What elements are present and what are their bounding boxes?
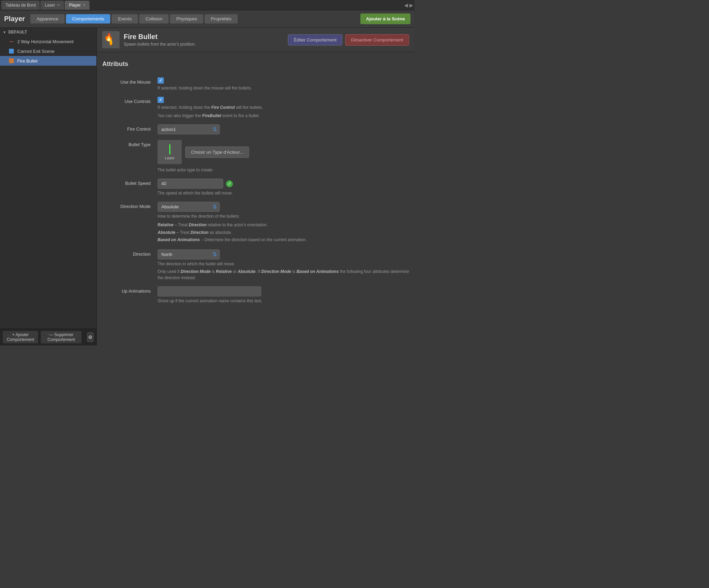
bullet-preview[interactable]: Laser: [158, 140, 182, 164]
sidebar-group-name: DEFAULT: [8, 30, 27, 35]
attr-desc-direction-1: The direction in which the bullet will m…: [158, 261, 409, 267]
sidebar: ▼ DEFAULT — 2 Way Horizontal Movement Ca…: [0, 28, 97, 345]
attr-label-direction-mode: Direction Mode: [102, 202, 158, 209]
fire-bullet-icon: [8, 58, 15, 64]
bullet-shape: [110, 40, 112, 45]
tab-player-label: Player: [69, 3, 81, 8]
remove-behavior-button[interactable]: — Supprimer Comportement: [41, 331, 82, 343]
attr-content-direction-mode: Absolute Relative Based on Animations ⇅ …: [158, 202, 409, 244]
page-title: Player: [4, 15, 25, 23]
sidebar-bottom: + Ajouter Comportement — Supprimer Compo…: [0, 329, 96, 345]
movement-icon: —: [8, 38, 15, 45]
main-layout: Player Apparence Comportements Events Co…: [0, 10, 415, 345]
attr-row-bullet-speed: Bullet Speed ✓ The speed at which the bu…: [102, 179, 409, 196]
attr-content-fire-control: action1 action2 action3 ⇅: [158, 124, 409, 134]
laser-line-icon: [169, 144, 170, 154]
select-direction[interactable]: North South East West: [158, 249, 220, 259]
tab-events[interactable]: Events: [112, 14, 138, 23]
attr-content-bullet-type: Laser Choisir un Type d'Acteur... The bu…: [158, 140, 409, 173]
behavior-subtitle: Spawn bullets from the actor's position.: [124, 42, 284, 47]
attributes-title: Attributs: [102, 58, 409, 70]
cannot-exit-icon: [8, 48, 15, 54]
attr-label-up-animations: Up Animations: [102, 286, 158, 294]
attr-label-use-mouse: Use the Mouse: [102, 77, 158, 85]
choose-actor-type-button[interactable]: Choisir un Type d'Acteur...: [185, 146, 249, 158]
sidebar-group-arrow-icon: ▼: [3, 30, 6, 34]
attr-label-direction: Direction: [102, 249, 158, 257]
checkbox-use-mouse-wrapper: [158, 77, 409, 84]
app-header: Player Apparence Comportements Events Co…: [0, 10, 415, 28]
tab-physiques[interactable]: Physiques: [170, 14, 203, 23]
attr-label-use-controls: Use Controls: [102, 97, 158, 104]
attr-label-fire-control: Fire Control: [102, 124, 158, 132]
attr-content-use-mouse: If selected, holding down the mouse will…: [158, 77, 409, 91]
tab-tableau-label: Tableau de Bord: [6, 3, 36, 8]
bullet-speed-input-row: ✓: [158, 179, 409, 189]
close-player-icon[interactable]: ✕: [83, 3, 85, 7]
attr-row-fire-control: Fire Control action1 action2 action3 ⇅: [102, 124, 409, 134]
attr-row-use-controls: Use Controls If selected, holding down t…: [102, 97, 409, 119]
behavior-icon-container: 🔥: [102, 31, 120, 48]
checkbox-use-mouse[interactable]: [158, 77, 164, 84]
behavior-header: 🔥 Fire Bullet Spawn bullets from the act…: [97, 28, 415, 52]
close-laser-icon[interactable]: ✕: [57, 3, 60, 7]
bullet-type-row: Laser Choisir un Type d'Acteur...: [158, 140, 409, 164]
attr-desc-use-controls-2: You can also trigger the FireBullet even…: [158, 113, 409, 119]
nav-arrows: ◀ ▶: [404, 2, 413, 8]
bullet-speed-valid-icon: ✓: [226, 180, 233, 187]
checkbox-use-controls[interactable]: [158, 97, 164, 103]
content-area: ▼ DEFAULT — 2 Way Horizontal Movement Ca…: [0, 28, 415, 345]
attr-label-bullet-speed: Bullet Speed: [102, 179, 158, 186]
edit-behavior-button[interactable]: Éditer Comportement: [288, 34, 342, 46]
main-panel: 🔥 Fire Bullet Spawn bullets from the act…: [97, 28, 415, 345]
settings-gear-icon[interactable]: ⚙: [87, 332, 94, 342]
attributes-area[interactable]: Attributs Use the Mouse If selected, hol…: [97, 52, 415, 345]
tab-apparence[interactable]: Apparence: [30, 14, 65, 23]
sidebar-item-cannot-exit[interactable]: Cannot Exit Scene: [0, 46, 96, 56]
behavior-title: Fire Bullet: [124, 33, 284, 41]
nav-tabs: Apparence Comportements Events Collision…: [30, 14, 360, 23]
tab-bar: Tableau de Bord Laser ✕ Player ✕ ◀ ▶: [0, 0, 415, 10]
attr-desc-use-controls-1: If selected, holding down the Fire Contr…: [158, 104, 409, 111]
checkbox-use-controls-wrapper: [158, 97, 409, 103]
up-animations-input[interactable]: [158, 286, 261, 296]
behavior-icon: 🔥: [104, 33, 118, 47]
nav-forward-icon[interactable]: ▶: [409, 2, 413, 8]
sidebar-item-2way-label: 2 Way Horizontal Movement: [17, 39, 74, 44]
select-fire-control[interactable]: action1 action2 action3: [158, 124, 220, 134]
tab-laser-label: Laser: [45, 3, 55, 8]
nav-back-icon[interactable]: ◀: [404, 2, 408, 8]
tab-proprietes[interactable]: Propriétés: [205, 14, 237, 23]
attr-desc-bullet-type: The bullet actor type to create.: [158, 167, 409, 173]
select-direction-mode[interactable]: Absolute Relative Based on Animations: [158, 202, 220, 212]
select-fire-control-wrapper: action1 action2 action3 ⇅: [158, 124, 220, 134]
sidebar-item-2way[interactable]: — 2 Way Horizontal Movement: [0, 37, 96, 46]
attr-desc-direction-mode-intro: How to determine the direction of the bu…: [158, 213, 409, 219]
attr-row-direction-mode: Direction Mode Absolute Relative Based o…: [102, 202, 409, 244]
behavior-actions: Éditer Comportement Désactiver Comportem…: [288, 34, 409, 46]
attr-content-up-animations: Shoot up if the current animation name c…: [158, 286, 409, 304]
attr-row-bullet-type: Bullet Type Laser Choisir un Type d'Acte…: [102, 140, 409, 173]
sidebar-group-label: ▼ DEFAULT: [0, 28, 96, 37]
tab-tableau[interactable]: Tableau de Bord: [1, 1, 40, 10]
sidebar-item-fire-bullet[interactable]: Fire Bullet: [0, 56, 96, 66]
add-behavior-button[interactable]: + Ajouter Comportement: [3, 331, 38, 343]
sidebar-items: — 2 Way Horizontal Movement Cannot Exit …: [0, 37, 96, 329]
attr-desc-direction-2: Only used if Direction Mode is Relative …: [158, 268, 409, 281]
bullet-speed-input[interactable]: [158, 179, 223, 189]
laser-label: Laser: [165, 156, 174, 160]
add-scene-button[interactable]: Ajouter à la Scène: [360, 13, 410, 24]
tab-player[interactable]: Player ✕: [65, 1, 89, 10]
attr-desc-use-mouse: If selected, holding down the mouse will…: [158, 85, 409, 91]
tab-collision[interactable]: Collision: [139, 14, 169, 23]
attr-content-direction: North South East West ⇅ The direction in…: [158, 249, 409, 281]
add-behavior-label: + Ajouter Comportement: [6, 332, 35, 342]
attr-desc-bullet-speed: The speed at which the bullets will move…: [158, 190, 409, 196]
disable-behavior-button[interactable]: Désactiver Comportement: [345, 34, 409, 46]
remove-behavior-label: — Supprimer Comportement: [44, 332, 79, 342]
attr-desc-direction-mode-detail: Relative – Treat Direction relative to t…: [158, 221, 409, 244]
attr-content-bullet-speed: ✓ The speed at which the bullets will mo…: [158, 179, 409, 196]
attr-label-bullet-type: Bullet Type: [102, 140, 158, 147]
tab-comportements[interactable]: Comportements: [66, 14, 110, 23]
tab-laser[interactable]: Laser ✕: [40, 1, 64, 10]
